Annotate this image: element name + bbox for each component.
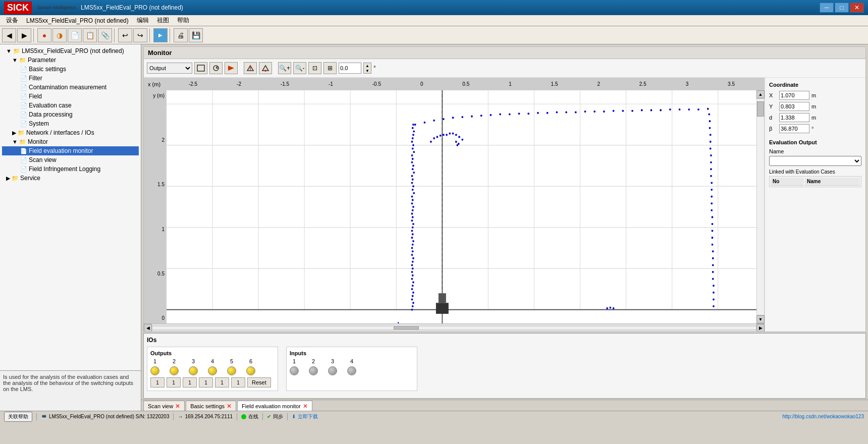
- tree-root[interactable]: ▼ 📁 LMS5xx_FieldEval_PRO (not defined): [2, 46, 139, 56]
- tab-scan-view-close[interactable]: ✕: [175, 403, 180, 410]
- toolbar-btn-3[interactable]: ●: [37, 28, 51, 42]
- file-icon-field: 📄: [20, 93, 27, 100]
- io-out-btn-6[interactable]: 1: [231, 377, 245, 387]
- tree-scan-view[interactable]: 📄 Scan view: [2, 155, 139, 164]
- tree-parameter[interactable]: ▼ 📁 Parameter: [2, 56, 139, 65]
- io-out-btn-3[interactable]: 1: [183, 377, 197, 387]
- save-button[interactable]: 💾: [189, 28, 203, 42]
- menu-device-name[interactable]: LMS5xx_FieldEval_PRO (not defined): [22, 16, 133, 25]
- toolbar-btn-4[interactable]: ◑: [52, 28, 67, 42]
- forward-button[interactable]: ▶: [17, 28, 31, 42]
- eval-name-select[interactable]: [769, 156, 861, 166]
- angle-down-btn[interactable]: ▼: [364, 68, 371, 73]
- tree-field-infr[interactable]: 📄 Field Infringement Logging: [2, 164, 139, 174]
- toolbar-btn-8[interactable]: ▶: [153, 28, 168, 42]
- tree-field[interactable]: 📄 Field: [2, 92, 139, 101]
- io-inputs-section: Inputs 1 2 3: [286, 347, 417, 391]
- undo-button[interactable]: ↩: [118, 28, 132, 42]
- view-btn-4[interactable]: [244, 62, 257, 74]
- tree-contamination[interactable]: 📄 Contamination measurement: [2, 83, 139, 92]
- tab-scan-view[interactable]: Scan view ✕: [143, 401, 185, 411]
- scroll-down-btn[interactable]: ▼: [756, 315, 765, 323]
- svg-point-78: [411, 141, 413, 143]
- view-btn-5[interactable]: [259, 62, 272, 74]
- svg-point-54: [412, 223, 414, 225]
- toolbar-btn-6[interactable]: 📋: [83, 28, 97, 42]
- file-icon-contam: 📄: [20, 84, 27, 91]
- scroll-right-btn[interactable]: ▶: [756, 324, 765, 332]
- tree-basic-settings[interactable]: 📄 Basic settings: [2, 65, 139, 74]
- scan-dots-left: [411, 108, 717, 323]
- view-btn-2[interactable]: [209, 62, 223, 74]
- maximize-button[interactable]: □: [835, 3, 849, 13]
- menu-view[interactable]: 祖图: [153, 15, 173, 26]
- coord-panel: Coordinate X m Y m d m: [765, 78, 865, 331]
- view-btn-1[interactable]: [194, 62, 207, 74]
- tab-basic-settings-close[interactable]: ✕: [227, 403, 232, 410]
- scroll-thumb-h[interactable]: [394, 326, 419, 329]
- menu-edit[interactable]: 编辑: [133, 15, 153, 26]
- menu-help[interactable]: 帮助: [173, 15, 193, 26]
- scroll-up-btn[interactable]: ▲: [756, 90, 765, 98]
- back-button[interactable]: ◀: [2, 28, 16, 42]
- tree-service[interactable]: ▶ 📁 Service: [2, 174, 139, 183]
- io-inputs-title: Inputs: [290, 350, 414, 356]
- tab-basic-settings[interactable]: Basic settings ✕: [186, 401, 236, 411]
- angle-input[interactable]: [339, 63, 361, 74]
- io-out-btn-5[interactable]: 1: [215, 377, 229, 387]
- angle-up-btn[interactable]: ▲: [364, 63, 371, 68]
- file-icon-filter: 📄: [20, 75, 27, 82]
- status-device-label: LMS5xx_FieldEval_PRO (not defined) S/N: …: [49, 414, 169, 419]
- io-out-btn-4[interactable]: 1: [199, 377, 213, 387]
- svg-point-44: [412, 257, 414, 259]
- fit-btn[interactable]: ⊡: [308, 62, 321, 74]
- menu-shebei[interactable]: 设备: [2, 15, 22, 26]
- svg-point-124: [710, 168, 712, 170]
- tree-network[interactable]: ▶ 📁 Network / interfaces / IOs: [2, 128, 139, 137]
- help-button[interactable]: 关联帮助: [4, 412, 32, 422]
- zoom-in-btn[interactable]: 🔍+: [278, 62, 291, 74]
- tree-field-eval-monitor[interactable]: 📄 Field evaluation monitor: [2, 146, 139, 155]
- tree-monitor[interactable]: ▼ 📁 Monitor: [2, 137, 139, 146]
- svg-point-146: [433, 137, 435, 139]
- x-tick-11: 3: [686, 81, 689, 87]
- zoom-out-btn[interactable]: 🔍-: [293, 62, 306, 74]
- tree-field-label: Field: [29, 93, 42, 100]
- coord-beta-input[interactable]: [779, 124, 809, 133]
- tree-data-proc[interactable]: 📄 Data processing: [2, 110, 139, 119]
- output-select[interactable]: Output Input Both: [147, 63, 192, 74]
- zoom-select-btn[interactable]: ⊞: [323, 62, 337, 74]
- tab-field-eval-close[interactable]: ✕: [303, 403, 308, 410]
- coord-x-input[interactable]: [779, 91, 809, 100]
- toolbar-btn-7[interactable]: 📎: [98, 28, 112, 42]
- svg-point-34: [412, 292, 414, 294]
- tree-filter[interactable]: 📄 Filter: [2, 74, 139, 83]
- tree-system[interactable]: 📄 System: [2, 119, 139, 128]
- io-out-btn-1[interactable]: 1: [150, 377, 165, 387]
- tab-field-eval-monitor[interactable]: Field evaluation monitor ✕: [237, 401, 312, 411]
- print-button[interactable]: 🖨: [174, 28, 188, 42]
- close-button[interactable]: ✕: [850, 3, 864, 13]
- reset-button[interactable]: Reset: [247, 377, 271, 387]
- coord-d-input[interactable]: [779, 113, 809, 122]
- svg-point-59: [412, 206, 414, 208]
- redo-button[interactable]: ↪: [133, 28, 147, 42]
- svg-point-149: [443, 134, 445, 136]
- svg-point-116: [708, 114, 710, 116]
- toolbar-btn-5[interactable]: 📄: [68, 28, 82, 42]
- io-out-btn-2[interactable]: 1: [167, 377, 181, 387]
- linked-label: Linked with Evaluation Cases: [769, 169, 861, 175]
- scroll-thumb-v[interactable]: [757, 101, 764, 117]
- svg-point-119: [710, 134, 712, 136]
- minimize-button[interactable]: ─: [820, 3, 834, 13]
- coord-y-input[interactable]: [779, 102, 809, 111]
- tree-filter-label: Filter: [29, 75, 42, 82]
- svg-point-148: [440, 135, 442, 137]
- view-btn-3[interactable]: [225, 62, 238, 74]
- svg-point-138: [712, 264, 714, 266]
- svg-point-45: [411, 254, 413, 256]
- tree-eval-case[interactable]: 📄 Evaluation case: [2, 101, 139, 110]
- svg-point-91: [480, 115, 482, 117]
- scroll-left-btn[interactable]: ◀: [144, 324, 152, 332]
- svg-point-58: [412, 209, 414, 211]
